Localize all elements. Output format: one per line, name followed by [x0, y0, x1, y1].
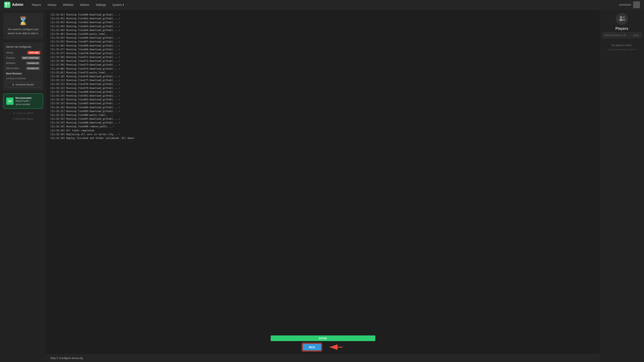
copyright-text: © 2019-2024 Tabarra [3, 118, 43, 120]
console-line: [11:32:32] Running [task87:download_gith… [50, 117, 596, 121]
console-line: [11:31:41] Running [task60:download_gith… [50, 13, 596, 17]
console-line: [11:32:21] Running [task85:download_gith… [50, 109, 596, 113]
discord-bot-status-badge: DISABLED [26, 67, 40, 70]
main-layout: ⌛ You need to configure your server to b… [0, 10, 644, 362]
console-line: [11:32:12] Running [task79:download_gith… [50, 86, 596, 90]
console-line: [11:32:22] Running [task86:waste_time]..… [50, 113, 596, 117]
console-line: [11:31:57] Running [task70:download_gith… [50, 51, 596, 55]
schedule-restart-button[interactable]: ⊕ Schedule Restart [6, 82, 40, 87]
no-players-sub-text: Invite some friends to join in! [608, 48, 636, 51]
nav-whitelist[interactable]: Whitelist [60, 2, 76, 8]
process-label: Process: [6, 56, 16, 59]
console-line: [11:31:55] Running [task66:download_gith… [50, 36, 596, 40]
console-line: [11:32:13] Running [task80:download_gith… [50, 90, 596, 94]
console-line: [11:31:56] Running [task68:download_gith… [50, 44, 596, 48]
nav-admins[interactable]: Admins [78, 2, 92, 8]
players-search-input[interactable] [604, 34, 633, 37]
nav-links: Players History Whitelist Admins Setting… [30, 2, 613, 8]
header-avatar[interactable] [633, 1, 640, 8]
console-line: [11:31:59] Running [task72:download_gith… [50, 59, 596, 63]
nav-history[interactable]: History [45, 2, 59, 8]
discord-bot-row: Discord Bot: DISABLED [6, 67, 40, 70]
players-title: Players [616, 26, 628, 31]
logo-text: Admin [12, 2, 23, 7]
search-shortcut: ctrl+k [633, 34, 639, 37]
console-line: [11:31:57] Running [task69:download_gith… [50, 48, 596, 51]
console-line: [11:32:12] Running [task78:download_gith… [50, 82, 596, 86]
console-line: [11:31:58] Running [task71:download_gith… [50, 55, 596, 59]
logo-icon [4, 1, 10, 8]
chevron-down-icon: ▾ [122, 3, 124, 6]
svg-rect-3 [8, 5, 10, 7]
arrow-indicator [328, 343, 344, 351]
whitelist-label: Whitelist: [6, 62, 16, 64]
server-info-card: Server not configured. Server: OFFLINE P… [3, 42, 43, 90]
zap-logo: ZAP [6, 97, 14, 105]
players-icon [618, 15, 626, 22]
server-row: Server: OFFLINE [6, 51, 40, 54]
zap-text: Recommended official FiveM ✓ server prov… [16, 96, 32, 106]
whitelist-status-badge: DISABLED [26, 61, 40, 65]
progress-bar-label: DONE [319, 337, 327, 340]
console-area: [11:31:41] Running [task60:download_gith… [46, 10, 600, 333]
server-status-text: You need to configure your server to be … [7, 27, 39, 35]
console-line: [11:32:00] Running [task74:download_gith… [50, 67, 596, 71]
console-line: [11:31:43] Running [task62:download_gith… [50, 20, 596, 24]
server-label: Server: [6, 51, 14, 54]
console-line: [11:32:11] Running [task77:download_gith… [50, 78, 596, 82]
hourglass-icon: ⌛ [18, 17, 28, 25]
console-line: [11:32:34] Running [task89:remove_path].… [50, 125, 596, 128]
console-line: [11:31:45] Running [task65:waste_time]..… [50, 32, 596, 36]
svg-rect-1 [8, 2, 10, 5]
header-right [619, 1, 640, 8]
next-button[interactable]: Next [302, 344, 322, 351]
console-line: [11:32:14] Running [task81:download_gith… [50, 94, 596, 98]
center-content: [11:31:41] Running [task60:download_gith… [46, 10, 600, 362]
discord-bot-label: Discord Bot: [6, 67, 19, 70]
whitelist-row: Whitelist: DISABLED [6, 61, 40, 65]
right-sidebar: Players ctrl+k No players online. Invite… [600, 10, 644, 362]
server-status-card: ⌛ You need to configure your server to b… [3, 13, 43, 39]
nav-system[interactable]: System ▾ [110, 2, 126, 8]
arrow-icon [328, 343, 344, 351]
server-status-badge: OFFLINE [28, 51, 40, 54]
zap-banner[interactable]: ZAP Recommended official FiveM ✓ server … [3, 93, 43, 109]
logo: Admin [4, 1, 23, 8]
step-footer: Step 3: Configure server.cfg [46, 354, 600, 362]
console-line: [11:32:34] Replacing all vars in server.… [50, 132, 596, 136]
svg-rect-0 [5, 2, 7, 5]
version-text: tx: v7.2.2 | fx: b9572 [3, 112, 43, 114]
server-not-configured-text: Server not configured. [6, 45, 40, 48]
console-line: [11:31:44] Running [task64:download_gith… [50, 28, 596, 32]
console-line: [11:31:44] Running [task63:download_gith… [50, 24, 596, 28]
plus-circle-icon: ⊕ [12, 83, 14, 86]
console-line: [11:31:59] Running [task73:download_gith… [50, 63, 596, 67]
header-bar [619, 4, 631, 6]
progress-area: DONE Next [46, 333, 600, 354]
console-line: [11:31:55] Running [task67:download_gith… [50, 40, 596, 44]
console-line: [11:32:33] Running [task88:download_gith… [50, 121, 596, 125]
console-line: [11:32:10] Running [task76:download_gith… [50, 75, 596, 78]
next-btn-container: Next [302, 343, 344, 351]
console-line: [11:31:42] Running [task61:download_gith… [50, 17, 596, 20]
console-line: [11:32:15] Running [task82:download_gith… [50, 98, 596, 102]
svg-rect-2 [5, 5, 7, 7]
nav-players[interactable]: Players [30, 2, 44, 8]
svg-point-8 [623, 16, 625, 18]
left-sidebar: ⌛ You need to configure your server to b… [0, 10, 46, 362]
players-search-box[interactable]: ctrl+k [602, 32, 642, 38]
process-status-badge: NOT STARTED [22, 56, 40, 59]
players-icon-circle [616, 13, 628, 25]
next-restart-value: nothing scheduled [6, 77, 40, 80]
players-panel: Players ctrl+k No players online. Invite… [602, 13, 642, 51]
header: Admin Players History Whitelist Admins S… [0, 0, 644, 10]
svg-point-6 [620, 16, 622, 18]
console-line: [11:32:01] Running [task75:waste_time]..… [50, 71, 596, 75]
console-line: [11:32:34] Deploy finished and folder va… [50, 136, 596, 140]
no-players-text: No players online. [612, 44, 632, 47]
progress-bar: DONE [271, 336, 375, 341]
svg-point-9 [622, 19, 626, 21]
process-row: Process: NOT STARTED [6, 56, 40, 59]
nav-settings[interactable]: Settings [94, 2, 108, 8]
step-footer-text: Step 3: Configure server.cfg [50, 357, 83, 360]
